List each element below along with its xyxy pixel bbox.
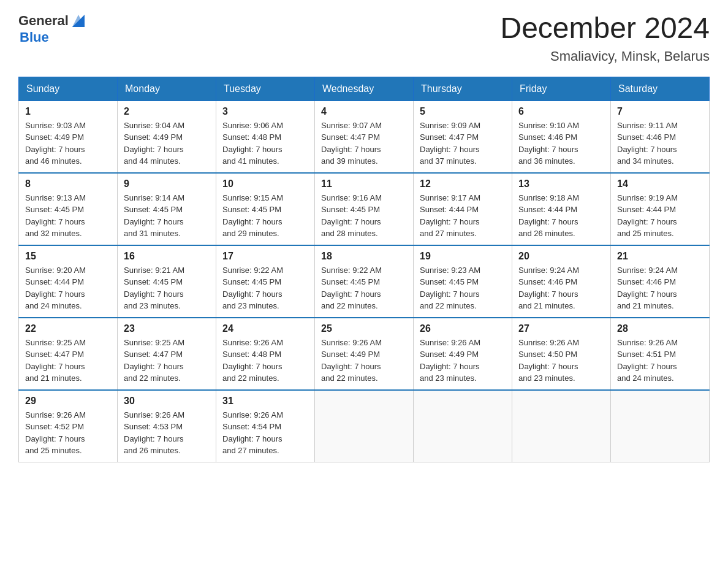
header-saturday: Saturday	[611, 77, 710, 101]
day-info: Sunrise: 9:26 AMSunset: 4:49 PMDaylight:…	[420, 338, 480, 383]
month-year-title: December 2024	[500, 12, 710, 45]
day-number: 5	[420, 106, 506, 117]
day-number: 24	[222, 323, 308, 334]
table-row: 16 Sunrise: 9:21 AMSunset: 4:45 PMDaylig…	[118, 245, 216, 318]
table-row: 30 Sunrise: 9:26 AMSunset: 4:53 PMDaylig…	[118, 390, 216, 462]
day-info: Sunrise: 9:26 AMSunset: 4:48 PMDaylight:…	[222, 338, 283, 383]
table-row: 26 Sunrise: 9:26 AMSunset: 4:49 PMDaylig…	[414, 318, 512, 390]
table-row: 14 Sunrise: 9:19 AMSunset: 4:44 PMDaylig…	[611, 173, 710, 245]
header-monday: Monday	[118, 77, 216, 101]
day-info: Sunrise: 9:11 AMSunset: 4:46 PMDaylight:…	[617, 121, 678, 166]
day-info: Sunrise: 9:24 AMSunset: 4:46 PMDaylight:…	[617, 266, 678, 311]
table-row: 27 Sunrise: 9:26 AMSunset: 4:50 PMDaylig…	[512, 318, 611, 390]
day-info: Sunrise: 9:26 AMSunset: 4:50 PMDaylight:…	[518, 338, 579, 383]
day-number: 31	[222, 396, 308, 407]
table-row: 17 Sunrise: 9:22 AMSunset: 4:45 PMDaylig…	[216, 245, 315, 318]
day-info: Sunrise: 9:03 AMSunset: 4:49 PMDaylight:…	[25, 121, 86, 166]
table-row: 23 Sunrise: 9:25 AMSunset: 4:47 PMDaylig…	[118, 318, 216, 390]
table-row: 19 Sunrise: 9:23 AMSunset: 4:45 PMDaylig…	[414, 245, 512, 318]
day-number: 21	[617, 251, 703, 262]
day-number: 29	[25, 396, 111, 407]
header-wednesday: Wednesday	[315, 77, 414, 101]
logo-general: General	[18, 13, 69, 29]
day-info: Sunrise: 9:25 AMSunset: 4:47 PMDaylight:…	[25, 338, 86, 383]
day-info: Sunrise: 9:20 AMSunset: 4:44 PMDaylight:…	[25, 266, 86, 311]
day-info: Sunrise: 9:26 AMSunset: 4:52 PMDaylight:…	[25, 410, 86, 456]
logo-blue: Blue	[18, 29, 87, 45]
header-sunday: Sunday	[19, 77, 118, 101]
header-tuesday: Tuesday	[216, 77, 315, 101]
calendar-table: Sunday Monday Tuesday Wednesday Thursday…	[18, 77, 710, 462]
day-info: Sunrise: 9:13 AMSunset: 4:45 PMDaylight:…	[25, 193, 86, 239]
table-row: 2 Sunrise: 9:04 AMSunset: 4:49 PMDayligh…	[118, 101, 216, 173]
day-number: 3	[222, 106, 308, 117]
day-number: 14	[617, 178, 703, 190]
day-number: 30	[124, 396, 210, 407]
day-info: Sunrise: 9:26 AMSunset: 4:54 PMDaylight:…	[222, 410, 283, 456]
day-info: Sunrise: 9:26 AMSunset: 4:53 PMDaylight:…	[124, 410, 184, 456]
day-number: 20	[518, 251, 604, 262]
day-number: 22	[25, 323, 111, 334]
table-row	[512, 390, 611, 462]
table-row: 15 Sunrise: 9:20 AMSunset: 4:44 PMDaylig…	[19, 245, 118, 318]
day-number: 15	[25, 251, 111, 262]
table-row	[414, 390, 512, 462]
calendar-week-row: 1 Sunrise: 9:03 AMSunset: 4:49 PMDayligh…	[19, 101, 710, 173]
table-row: 4 Sunrise: 9:07 AMSunset: 4:47 PMDayligh…	[315, 101, 414, 173]
table-row: 12 Sunrise: 9:17 AMSunset: 4:44 PMDaylig…	[414, 173, 512, 245]
header-thursday: Thursday	[414, 77, 512, 101]
day-number: 6	[518, 106, 604, 117]
day-info: Sunrise: 9:10 AMSunset: 4:46 PMDaylight:…	[518, 121, 579, 166]
table-row: 29 Sunrise: 9:26 AMSunset: 4:52 PMDaylig…	[19, 390, 118, 462]
day-number: 12	[420, 178, 506, 190]
table-row: 28 Sunrise: 9:26 AMSunset: 4:51 PMDaylig…	[611, 318, 710, 390]
table-row: 13 Sunrise: 9:18 AMSunset: 4:44 PMDaylig…	[512, 173, 611, 245]
table-row: 11 Sunrise: 9:16 AMSunset: 4:45 PMDaylig…	[315, 173, 414, 245]
day-number: 11	[321, 178, 407, 190]
table-row: 1 Sunrise: 9:03 AMSunset: 4:49 PMDayligh…	[19, 101, 118, 173]
calendar-week-row: 22 Sunrise: 9:25 AMSunset: 4:47 PMDaylig…	[19, 318, 710, 390]
table-row	[315, 390, 414, 462]
page-header: General Blue December 2024 Smaliavicy, M…	[18, 12, 710, 64]
day-info: Sunrise: 9:26 AMSunset: 4:49 PMDaylight:…	[321, 338, 382, 383]
calendar-header-row: Sunday Monday Tuesday Wednesday Thursday…	[19, 77, 710, 101]
day-number: 2	[124, 106, 210, 117]
day-info: Sunrise: 9:22 AMSunset: 4:45 PMDaylight:…	[222, 266, 283, 311]
day-number: 19	[420, 251, 506, 262]
calendar-week-row: 29 Sunrise: 9:26 AMSunset: 4:52 PMDaylig…	[19, 390, 710, 462]
calendar-week-row: 15 Sunrise: 9:20 AMSunset: 4:44 PMDaylig…	[19, 245, 710, 318]
day-info: Sunrise: 9:26 AMSunset: 4:51 PMDaylight:…	[617, 338, 678, 383]
table-row: 31 Sunrise: 9:26 AMSunset: 4:54 PMDaylig…	[216, 390, 315, 462]
day-info: Sunrise: 9:18 AMSunset: 4:44 PMDaylight:…	[518, 193, 579, 239]
day-info: Sunrise: 9:09 AMSunset: 4:47 PMDaylight:…	[420, 121, 480, 166]
table-row: 25 Sunrise: 9:26 AMSunset: 4:49 PMDaylig…	[315, 318, 414, 390]
day-number: 17	[222, 251, 308, 262]
day-info: Sunrise: 9:21 AMSunset: 4:45 PMDaylight:…	[124, 266, 184, 311]
day-info: Sunrise: 9:04 AMSunset: 4:49 PMDaylight:…	[124, 121, 184, 166]
day-number: 7	[617, 106, 703, 117]
day-info: Sunrise: 9:19 AMSunset: 4:44 PMDaylight:…	[617, 193, 678, 239]
day-info: Sunrise: 9:06 AMSunset: 4:48 PMDaylight:…	[222, 121, 283, 166]
day-number: 27	[518, 323, 604, 334]
day-info: Sunrise: 9:07 AMSunset: 4:47 PMDaylight:…	[321, 121, 382, 166]
day-info: Sunrise: 9:23 AMSunset: 4:45 PMDaylight:…	[420, 266, 480, 311]
day-info: Sunrise: 9:25 AMSunset: 4:47 PMDaylight:…	[124, 338, 184, 383]
table-row: 10 Sunrise: 9:15 AMSunset: 4:45 PMDaylig…	[216, 173, 315, 245]
day-info: Sunrise: 9:15 AMSunset: 4:45 PMDaylight:…	[222, 193, 283, 239]
table-row: 3 Sunrise: 9:06 AMSunset: 4:48 PMDayligh…	[216, 101, 315, 173]
logo: General Blue	[18, 12, 87, 45]
table-row: 24 Sunrise: 9:26 AMSunset: 4:48 PMDaylig…	[216, 318, 315, 390]
day-number: 10	[222, 178, 308, 190]
day-number: 4	[321, 106, 407, 117]
day-number: 8	[25, 178, 111, 190]
day-info: Sunrise: 9:24 AMSunset: 4:46 PMDaylight:…	[518, 266, 579, 311]
day-number: 1	[25, 106, 111, 117]
table-row: 6 Sunrise: 9:10 AMSunset: 4:46 PMDayligh…	[512, 101, 611, 173]
day-number: 23	[124, 323, 210, 334]
table-row: 21 Sunrise: 9:24 AMSunset: 4:46 PMDaylig…	[611, 245, 710, 318]
day-number: 28	[617, 323, 703, 334]
title-area: December 2024 Smaliavicy, Minsk, Belarus	[500, 12, 710, 64]
calendar-week-row: 8 Sunrise: 9:13 AMSunset: 4:45 PMDayligh…	[19, 173, 710, 245]
table-row: 22 Sunrise: 9:25 AMSunset: 4:47 PMDaylig…	[19, 318, 118, 390]
table-row: 18 Sunrise: 9:22 AMSunset: 4:45 PMDaylig…	[315, 245, 414, 318]
